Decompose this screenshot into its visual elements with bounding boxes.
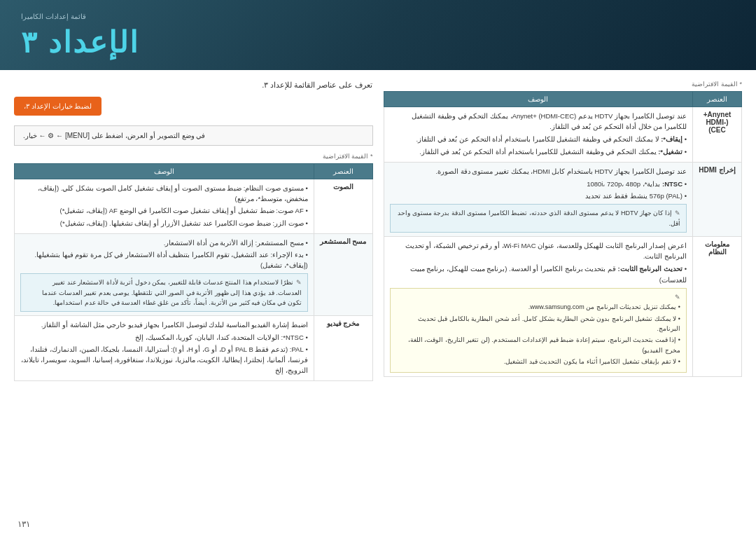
left-table-header-desc: الوصف: [384, 92, 693, 107]
right-table-header-element: العنصر: [314, 164, 372, 179]
description-cell: اضبط إشارة الفيديو المناسبة لبلدك لتوصيل…: [15, 316, 314, 381]
element-cell: الصوت: [314, 179, 372, 234]
left-table-header-element: العنصر: [693, 92, 742, 107]
right-table: العنصر الوصف الصوت• مستوى صوت النظام: ضب…: [14, 163, 373, 381]
table-row: Anynet+ (HDMI-CEC)عند توصيل الكاميرا بجه…: [384, 107, 742, 163]
element-cell: معلومات النظام: [693, 237, 742, 376]
table-row: مسح المستشعر• مسح المستشعر: إزالة الأترب…: [15, 233, 373, 316]
page-wrapper: قائمة إعدادات الكاميرا الإعداد ٣ تعرف عل…: [0, 0, 756, 536]
left-column: * القيمة الافتراضية العنصر الوصف Anynet+…: [384, 81, 743, 381]
header-title: الإعداد ٣: [21, 25, 139, 60]
element-cell: مخرج فيديو: [314, 316, 372, 381]
table-row: مخرج فيديواضبط إشارة الفيديو المناسبة لب…: [15, 316, 373, 381]
orange-button[interactable]: لضبط خيارات الإعداد ٣،: [14, 97, 102, 116]
left-default-note: * القيمة الافتراضية: [384, 81, 743, 88]
description-cell: • مستوى صوت النظام: ضبط مستوى الصوت أو إ…: [15, 179, 314, 234]
description-cell: • مسح المستشعر: إزالة الأتربة من أداة ال…: [15, 233, 314, 316]
header-small-text: قائمة إعدادات الكاميرا: [21, 13, 86, 20]
element-cell: إخراج HDMI: [693, 162, 742, 236]
description-cell: عند توصيل الكاميرا بجهاز HDTV باستخدام ك…: [384, 162, 693, 236]
left-table: العنصر الوصف Anynet+ (HDMI-CEC)عند توصيل…: [384, 91, 743, 377]
header: قائمة إعدادات الكاميرا الإعداد ٣: [0, 0, 756, 70]
description-cell: اعرض إصدار البرنامج الثابت للهيكل وللعدس…: [384, 237, 693, 376]
table-row: إخراج HDMIعند توصيل الكاميرا بجهاز HDTV …: [384, 162, 742, 236]
right-default-note: * القيمة الافتراضية: [14, 153, 373, 160]
table-row: معلومات النظاماعرض إصدار البرنامج الثابت…: [384, 237, 742, 376]
right-table-header-desc: الوصف: [15, 164, 314, 179]
table-row: الصوت• مستوى صوت النظام: ضبط مستوى الصوت…: [15, 179, 373, 234]
main-content: تعرف على عناصر القائمة للإعداد ٣. لضبط خ…: [0, 70, 756, 392]
element-cell: Anynet+ (HDMI-CEC): [693, 107, 742, 163]
right-column: تعرف على عناصر القائمة للإعداد ٣. لضبط خ…: [14, 81, 373, 381]
intro-text: تعرف على عناصر القائمة للإعداد ٣.: [14, 81, 373, 90]
page-number: ١٣١: [18, 519, 30, 529]
element-cell: مسح المستشعر: [314, 233, 372, 316]
menu-instruction: في وضع التصوير أو العرض، اضغط على [MENU]…: [14, 125, 373, 146]
description-cell: عند توصيل الكاميرا بجهاز HDTV يدعم (Anyn…: [384, 107, 693, 163]
